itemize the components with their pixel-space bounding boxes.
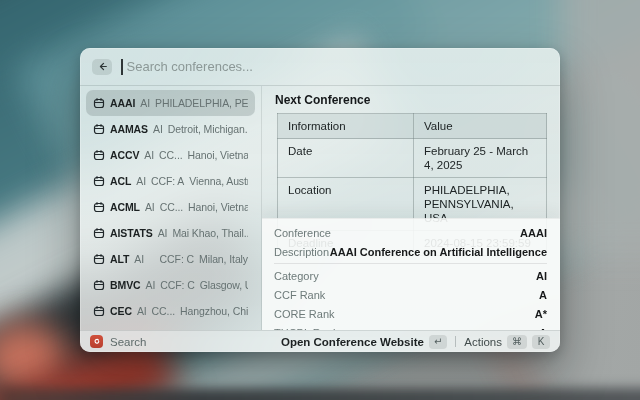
footer-right: Open Conference Website ↵ Actions ⌘ K	[281, 335, 550, 349]
footer-divider	[455, 336, 456, 347]
footer-mode-label: Search	[110, 336, 146, 348]
conference-rank: CC...	[152, 305, 175, 317]
table-header-cell: Information	[278, 114, 414, 139]
table-cell-label: Date	[278, 139, 414, 178]
metadata-value: AAAI	[520, 227, 547, 239]
primary-action-label: Open Conference Website	[281, 336, 424, 348]
calendar-icon	[93, 175, 105, 187]
metadata-row: CORE RankA*	[274, 304, 547, 323]
metadata-label: Category	[274, 270, 319, 282]
metadata-row: CategoryAI	[274, 266, 547, 285]
calendar-icon	[93, 279, 105, 291]
list-item-aamas[interactable]: AAMASAIDetroit, Michigan...	[86, 116, 255, 142]
text-caret	[121, 59, 123, 75]
metadata-row: DescriptionAAAI Conference on Artificial…	[274, 242, 547, 261]
cmd-key-badge: ⌘	[507, 335, 527, 349]
conference-rank: CC...	[160, 201, 183, 213]
conference-location: Hangzhou, China	[180, 305, 248, 317]
table-cell-value: February 25 - March 4, 2025	[414, 139, 547, 178]
back-button[interactable]	[92, 59, 112, 75]
conference-rank: CCF: C	[160, 253, 194, 265]
list-item-acl[interactable]: ACLAICCF: AVienna, Austria	[86, 168, 255, 194]
metadata-value: AAAI Conference on Artificial Intelligen…	[330, 246, 547, 258]
conference-category: AI	[134, 253, 144, 265]
table-header-cell: Value	[414, 114, 547, 139]
metadata-label: Conference	[274, 227, 331, 239]
conference-location: Detroit, Michigan...	[168, 123, 248, 135]
conference-location: Hanoi, Vietnam	[188, 149, 248, 161]
metadata-row: ConferenceAAAI	[274, 223, 547, 242]
conference-category: AI	[136, 175, 146, 187]
detail-title: Next Conference	[275, 93, 547, 107]
conference-location: Mai Khao, Thail...	[172, 227, 248, 239]
conference-category: AI	[158, 227, 168, 239]
actions-label: Actions	[464, 336, 502, 348]
conference-name: BMVC	[110, 279, 141, 291]
conference-name: AAAI	[110, 97, 135, 109]
conference-name: AAMAS	[110, 123, 148, 135]
list-item-alt[interactable]: ALTAICCF: CMilan, Italy	[86, 246, 255, 272]
back-arrow-icon	[97, 61, 108, 72]
list-item-accv[interactable]: ACCVAICC...Hanoi, Vietnam	[86, 142, 255, 168]
search-input[interactable]	[125, 58, 549, 75]
list-item-aistats[interactable]: AISTATSAIMai Khao, Thail...	[86, 220, 255, 246]
metadata-label: Description	[274, 246, 329, 258]
metadata-value: A	[539, 289, 547, 301]
metadata-panel: ConferenceAAAIDescriptionAAAI Conference…	[262, 218, 560, 330]
calendar-icon	[93, 149, 105, 161]
calendar-icon	[93, 227, 105, 239]
conference-rank: CCF: C	[160, 279, 194, 291]
list-item-bmvc[interactable]: BMVCAICCF: CGlasgow, UK	[86, 272, 255, 298]
conference-rank: CC...	[159, 149, 182, 161]
launcher-window: AAAIAIPHILADELPHIA, PE...AAMASAIDetroit,…	[80, 48, 560, 352]
conference-category: AI	[145, 201, 155, 213]
search-bar	[80, 48, 560, 86]
conference-name: CEC	[110, 305, 132, 317]
conference-category: AI	[137, 305, 147, 317]
extension-logo-icon	[90, 335, 103, 348]
calendar-icon	[93, 97, 105, 109]
footer-bar: Search Open Conference Website ↵ Actions…	[80, 330, 560, 352]
detail-pane: Next Conference InformationValue DateFeb…	[262, 86, 560, 330]
conference-location: Hanoi, Vietnam	[188, 201, 248, 213]
metadata-divider	[274, 263, 547, 264]
conference-category: AI	[144, 149, 154, 161]
metadata-value: AI	[536, 270, 547, 282]
return-key-badge: ↵	[429, 335, 447, 349]
conference-rank: CCF: A	[151, 175, 184, 187]
list-item-cec[interactable]: CECAICC...Hangzhou, China	[86, 298, 255, 324]
content-area: AAAIAIPHILADELPHIA, PE...AAMASAIDetroit,…	[80, 86, 560, 330]
conference-name: ACML	[110, 201, 140, 213]
actions-button[interactable]: Actions ⌘ K	[464, 335, 550, 349]
metadata-value: A*	[535, 308, 547, 320]
list-item-aaai[interactable]: AAAIAIPHILADELPHIA, PE...	[86, 90, 255, 116]
conference-name: ACL	[110, 175, 131, 187]
conference-name: AISTATS	[110, 227, 153, 239]
conference-category: AI	[153, 123, 163, 135]
calendar-icon	[93, 123, 105, 135]
table-header-row: InformationValue	[278, 114, 547, 139]
conference-name: ACCV	[110, 149, 139, 161]
conference-location: PHILADELPHIA, PE...	[155, 97, 248, 109]
footer-left: Search	[90, 335, 146, 348]
metadata-row: THCPL RankA	[274, 323, 547, 330]
desktop: AAAIAIPHILADELPHIA, PE...AAMASAIDetroit,…	[0, 0, 640, 400]
conference-location: Milan, Italy	[199, 253, 248, 265]
conference-location: Vienna, Austria	[189, 175, 248, 187]
table-row: DateFebruary 25 - March 4, 2025	[278, 139, 547, 178]
primary-action-button[interactable]: Open Conference Website ↵	[281, 335, 447, 349]
calendar-icon	[93, 201, 105, 213]
conference-list: AAAIAIPHILADELPHIA, PE...AAMASAIDetroit,…	[80, 86, 262, 330]
list-item-acml[interactable]: ACMLAICC...Hanoi, Vietnam	[86, 194, 255, 220]
metadata-label: CORE Rank	[274, 308, 335, 320]
conference-name: ALT	[110, 253, 129, 265]
calendar-icon	[93, 305, 105, 317]
metadata-label: CCF Rank	[274, 289, 325, 301]
conference-category: AI	[146, 279, 156, 291]
conference-category: AI	[140, 97, 150, 109]
calendar-icon	[93, 253, 105, 265]
metadata-row: CCF RankA	[274, 285, 547, 304]
conference-location: Glasgow, UK	[200, 279, 248, 291]
k-key-badge: K	[532, 335, 550, 349]
